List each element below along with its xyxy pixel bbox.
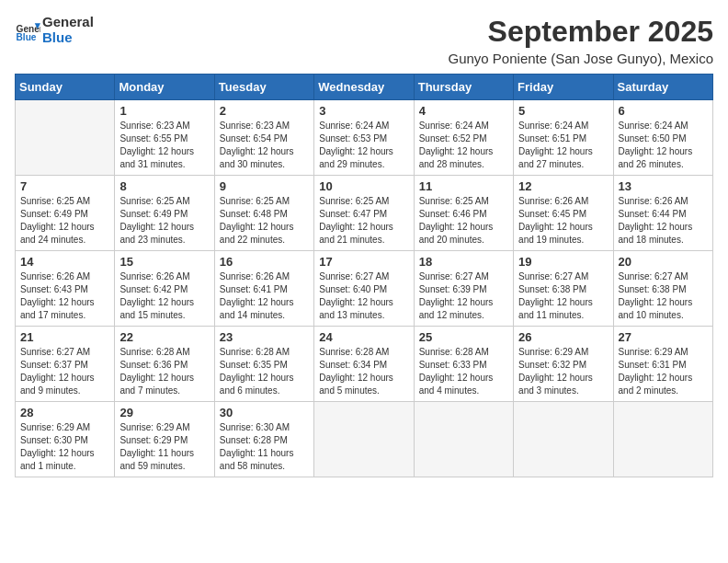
logo-icon: General Blue [15, 17, 40, 43]
calendar-cell: 1Sunrise: 6:23 AMSunset: 6:55 PMDaylight… [115, 100, 214, 176]
day-info: Sunrise: 6:23 AMSunset: 6:55 PMDaylight:… [119, 120, 209, 171]
svg-text:Blue: Blue [17, 31, 37, 41]
week-row-0: 1Sunrise: 6:23 AMSunset: 6:55 PMDaylight… [16, 100, 713, 176]
day-number: 27 [619, 330, 708, 344]
day-number: 30 [220, 406, 309, 419]
calendar-cell: 18Sunrise: 6:27 AMSunset: 6:39 PMDayligh… [414, 251, 513, 327]
day-number: 4 [419, 104, 508, 118]
calendar-cell: 4Sunrise: 6:24 AMSunset: 6:52 PMDaylight… [414, 100, 513, 176]
day-number: 9 [220, 179, 309, 193]
day-number: 28 [20, 406, 109, 419]
weekday-header-saturday: Saturday [613, 75, 712, 100]
calendar-cell: 27Sunrise: 6:29 AMSunset: 6:31 PMDayligh… [613, 327, 712, 402]
calendar-cell: 25Sunrise: 6:28 AMSunset: 6:33 PMDayligh… [414, 327, 513, 402]
calendar-cell [613, 402, 712, 477]
day-info: Sunrise: 6:28 AMSunset: 6:35 PMDaylight:… [220, 346, 309, 397]
calendar-cell: 24Sunrise: 6:28 AMSunset: 6:34 PMDayligh… [314, 327, 414, 402]
day-number: 29 [119, 406, 209, 419]
day-number: 8 [119, 179, 209, 193]
day-info: Sunrise: 6:28 AMSunset: 6:33 PMDaylight:… [419, 346, 508, 397]
day-info: Sunrise: 6:27 AMSunset: 6:40 PMDaylight:… [319, 270, 408, 322]
weekday-header-thursday: Thursday [414, 75, 513, 100]
weekday-header-sunday: Sunday [16, 75, 115, 100]
calendar-cell: 30Sunrise: 6:30 AMSunset: 6:28 PMDayligh… [214, 402, 313, 477]
day-number: 1 [119, 104, 209, 118]
calendar-cell: 22Sunrise: 6:28 AMSunset: 6:36 PMDayligh… [115, 327, 214, 402]
calendar-cell [414, 402, 513, 477]
day-info: Sunrise: 6:29 AMSunset: 6:29 PMDaylight:… [119, 421, 209, 473]
day-number: 3 [319, 104, 408, 118]
day-info: Sunrise: 6:24 AMSunset: 6:51 PMDaylight:… [518, 120, 608, 171]
calendar-cell: 9Sunrise: 6:25 AMSunset: 6:48 PMDaylight… [214, 176, 313, 251]
calendar-cell [314, 402, 414, 477]
day-info: Sunrise: 6:26 AMSunset: 6:42 PMDaylight:… [119, 270, 209, 322]
day-info: Sunrise: 6:25 AMSunset: 6:48 PMDaylight:… [220, 195, 309, 247]
day-info: Sunrise: 6:25 AMSunset: 6:47 PMDaylight:… [319, 195, 408, 247]
weekday-header-row: SundayMondayTuesdayWednesdayThursdayFrid… [16, 75, 713, 100]
day-number: 24 [319, 330, 408, 344]
day-number: 18 [419, 255, 508, 269]
day-number: 21 [20, 330, 109, 344]
day-number: 23 [220, 330, 309, 344]
weekday-header-monday: Monday [115, 75, 214, 100]
week-row-4: 28Sunrise: 6:29 AMSunset: 6:30 PMDayligh… [16, 402, 713, 477]
day-number: 14 [20, 255, 109, 269]
title-area: September 2025 Gunyo Poniente (San Jose … [449, 15, 714, 66]
day-number: 17 [319, 255, 408, 269]
day-info: Sunrise: 6:30 AMSunset: 6:28 PMDaylight:… [220, 421, 309, 473]
day-info: Sunrise: 6:25 AMSunset: 6:46 PMDaylight:… [419, 195, 508, 247]
day-info: Sunrise: 6:24 AMSunset: 6:50 PMDaylight:… [619, 120, 708, 171]
calendar-cell: 28Sunrise: 6:29 AMSunset: 6:30 PMDayligh… [16, 402, 115, 477]
calendar-cell: 19Sunrise: 6:27 AMSunset: 6:38 PMDayligh… [514, 251, 613, 327]
day-number: 26 [518, 330, 608, 344]
day-info: Sunrise: 6:27 AMSunset: 6:38 PMDaylight:… [619, 270, 708, 322]
weekday-header-wednesday: Wednesday [314, 75, 414, 100]
calendar-cell: 12Sunrise: 6:26 AMSunset: 6:45 PMDayligh… [514, 176, 613, 251]
day-number: 7 [20, 179, 109, 193]
day-info: Sunrise: 6:25 AMSunset: 6:49 PMDaylight:… [20, 195, 109, 247]
day-info: Sunrise: 6:25 AMSunset: 6:49 PMDaylight:… [119, 195, 209, 247]
calendar-cell: 29Sunrise: 6:29 AMSunset: 6:29 PMDayligh… [115, 402, 214, 477]
calendar-cell: 21Sunrise: 6:27 AMSunset: 6:37 PMDayligh… [16, 327, 115, 402]
day-info: Sunrise: 6:27 AMSunset: 6:39 PMDaylight:… [419, 270, 508, 322]
week-row-1: 7Sunrise: 6:25 AMSunset: 6:49 PMDaylight… [16, 176, 713, 251]
header: General Blue General Blue September 2025… [15, 15, 713, 66]
calendar-cell: 5Sunrise: 6:24 AMSunset: 6:51 PMDaylight… [514, 100, 613, 176]
day-info: Sunrise: 6:26 AMSunset: 6:41 PMDaylight:… [220, 270, 309, 322]
day-number: 10 [319, 179, 408, 193]
day-info: Sunrise: 6:27 AMSunset: 6:38 PMDaylight:… [518, 270, 608, 322]
day-number: 22 [119, 330, 209, 344]
calendar-cell: 2Sunrise: 6:23 AMSunset: 6:54 PMDaylight… [214, 100, 313, 176]
month-title: September 2025 [449, 15, 714, 49]
calendar-cell: 23Sunrise: 6:28 AMSunset: 6:35 PMDayligh… [214, 327, 313, 402]
day-number: 20 [619, 255, 708, 269]
calendar-cell [514, 402, 613, 477]
calendar-cell: 8Sunrise: 6:25 AMSunset: 6:49 PMDaylight… [115, 176, 214, 251]
weekday-header-tuesday: Tuesday [214, 75, 313, 100]
calendar-cell: 15Sunrise: 6:26 AMSunset: 6:42 PMDayligh… [115, 251, 214, 327]
day-info: Sunrise: 6:26 AMSunset: 6:45 PMDaylight:… [518, 195, 608, 247]
day-number: 2 [220, 104, 309, 118]
calendar-cell: 3Sunrise: 6:24 AMSunset: 6:53 PMDaylight… [314, 100, 414, 176]
location-title: Gunyo Poniente (San Jose Gunyo), Mexico [449, 51, 714, 66]
calendar-cell: 14Sunrise: 6:26 AMSunset: 6:43 PMDayligh… [16, 251, 115, 327]
calendar-table: SundayMondayTuesdayWednesdayThursdayFrid… [15, 74, 713, 477]
day-info: Sunrise: 6:26 AMSunset: 6:44 PMDaylight:… [619, 195, 708, 247]
calendar-cell: 17Sunrise: 6:27 AMSunset: 6:40 PMDayligh… [314, 251, 414, 327]
calendar-cell: 20Sunrise: 6:27 AMSunset: 6:38 PMDayligh… [613, 251, 712, 327]
day-number: 15 [119, 255, 209, 269]
day-info: Sunrise: 6:29 AMSunset: 6:31 PMDaylight:… [619, 346, 708, 397]
day-number: 11 [419, 179, 508, 193]
calendar-cell [16, 100, 115, 176]
day-info: Sunrise: 6:29 AMSunset: 6:30 PMDaylight:… [20, 421, 109, 473]
day-info: Sunrise: 6:26 AMSunset: 6:43 PMDaylight:… [20, 270, 109, 322]
day-number: 25 [419, 330, 508, 344]
day-number: 5 [518, 104, 608, 118]
day-number: 19 [518, 255, 608, 269]
logo-general: General [42, 15, 94, 30]
day-info: Sunrise: 6:24 AMSunset: 6:52 PMDaylight:… [419, 120, 508, 171]
week-row-3: 21Sunrise: 6:27 AMSunset: 6:37 PMDayligh… [16, 327, 713, 402]
calendar-cell: 7Sunrise: 6:25 AMSunset: 6:49 PMDaylight… [16, 176, 115, 251]
day-number: 12 [518, 179, 608, 193]
calendar-cell: 6Sunrise: 6:24 AMSunset: 6:50 PMDaylight… [613, 100, 712, 176]
